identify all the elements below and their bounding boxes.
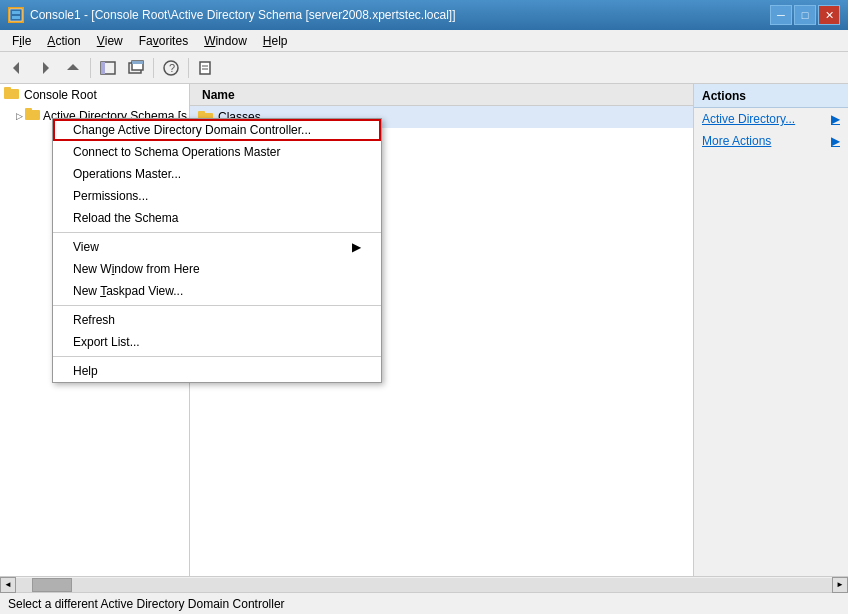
svg-rect-17: [4, 87, 11, 91]
toolbar: ?: [0, 52, 848, 84]
window-title: Console1 - [Console Root\Active Director…: [30, 8, 456, 22]
context-menu-permissions-label: Permissions...: [73, 189, 148, 203]
folder-icon: [4, 86, 20, 103]
context-menu-view-label: View: [73, 240, 99, 254]
name-column-header: Name: [194, 88, 243, 102]
back-button[interactable]: [4, 55, 30, 81]
action-active-directory[interactable]: Active Directory... ▶: [694, 108, 848, 130]
window-controls: ─ □ ✕: [770, 5, 840, 25]
action-more-actions[interactable]: More Actions ▶: [694, 130, 848, 152]
context-menu-separator-2: [53, 305, 381, 306]
show-hide-console-button[interactable]: [95, 55, 121, 81]
app-icon: [8, 7, 24, 23]
new-window-button[interactable]: [123, 55, 149, 81]
tree-root[interactable]: Console Root: [0, 84, 189, 105]
context-menu-item-refresh[interactable]: Refresh: [53, 309, 381, 331]
context-menu-item-new-taskpad[interactable]: New Taskpad View...: [53, 280, 381, 302]
toolbar-separator-2: [153, 58, 154, 78]
context-menu-operations-master-label: Operations Master...: [73, 167, 181, 181]
expand-icon: ▷: [16, 111, 23, 121]
menu-help[interactable]: Help: [255, 30, 296, 52]
context-menu-change-dc-label: Change Active Directory Domain Controlle…: [73, 123, 311, 137]
maximize-button[interactable]: □: [794, 5, 816, 25]
context-menu-separator-3: [53, 356, 381, 357]
context-menu-item-view[interactable]: View ▶: [53, 236, 381, 258]
action-more-actions-label: More Actions: [702, 134, 771, 148]
context-menu: Change Active Directory Domain Controlle…: [52, 118, 382, 383]
action-more-actions-arrow: ▶: [831, 134, 840, 148]
menu-action[interactable]: Action: [39, 30, 88, 52]
tree-child-icon: [25, 107, 41, 124]
scroll-right-button[interactable]: ►: [832, 577, 848, 593]
context-menu-item-reload-schema[interactable]: Reload the Schema: [53, 207, 381, 229]
status-text: Select a different Active Directory Doma…: [8, 597, 285, 611]
horizontal-scrollbar[interactable]: ◄ ►: [0, 576, 848, 592]
context-menu-item-help[interactable]: Help: [53, 360, 381, 382]
status-bar: Select a different Active Directory Doma…: [0, 592, 848, 614]
context-menu-item-connect-schema[interactable]: Connect to Schema Operations Master: [53, 141, 381, 163]
help-button[interactable]: ?: [158, 55, 184, 81]
svg-rect-0: [10, 9, 22, 21]
export-button[interactable]: [193, 55, 219, 81]
context-menu-new-taskpad-label: New Taskpad View...: [73, 284, 183, 298]
context-menu-export-list-label: Export List...: [73, 335, 140, 349]
svg-rect-13: [200, 62, 210, 74]
action-active-directory-label: Active Directory...: [702, 112, 795, 126]
context-menu-help-label: Help: [73, 364, 98, 378]
context-menu-item-export-list[interactable]: Export List...: [53, 331, 381, 353]
context-menu-separator-1: [53, 232, 381, 233]
toolbar-separator-1: [90, 58, 91, 78]
action-active-directory-arrow: ▶: [831, 112, 840, 126]
toolbar-separator-3: [188, 58, 189, 78]
svg-rect-2: [12, 16, 20, 19]
context-menu-item-change-dc[interactable]: Change Active Directory Domain Controlle…: [53, 119, 381, 141]
svg-marker-3: [13, 62, 19, 74]
context-menu-item-new-window[interactable]: New Window from Here: [53, 258, 381, 280]
context-menu-reload-schema-label: Reload the Schema: [73, 211, 178, 225]
svg-marker-5: [67, 64, 79, 70]
context-menu-view-arrow: ▶: [352, 240, 361, 254]
context-menu-refresh-label: Refresh: [73, 313, 115, 327]
menu-window[interactable]: Window: [196, 30, 255, 52]
menu-bar: File Action View Favorites Window Help: [0, 30, 848, 52]
context-menu-connect-schema-label: Connect to Schema Operations Master: [73, 145, 280, 159]
scroll-left-button[interactable]: ◄: [0, 577, 16, 593]
svg-rect-1: [12, 11, 20, 14]
panel-header: Name: [190, 84, 693, 106]
menu-file[interactable]: File: [4, 30, 39, 52]
scroll-thumb[interactable]: [32, 578, 72, 592]
title-bar-left: Console1 - [Console Root\Active Director…: [8, 7, 456, 23]
svg-rect-19: [25, 108, 32, 112]
actions-header: Actions: [694, 84, 848, 108]
forward-button[interactable]: [32, 55, 58, 81]
context-menu-item-operations-master[interactable]: Operations Master...: [53, 163, 381, 185]
minimize-button[interactable]: ─: [770, 5, 792, 25]
svg-rect-10: [132, 61, 143, 64]
tree-root-label: Console Root: [24, 88, 97, 102]
menu-view[interactable]: View: [89, 30, 131, 52]
svg-text:?: ?: [169, 62, 175, 74]
context-menu-item-permissions[interactable]: Permissions...: [53, 185, 381, 207]
context-menu-new-window-label: New Window from Here: [73, 262, 200, 276]
svg-rect-7: [101, 62, 105, 74]
menu-favorites[interactable]: Favorites: [131, 30, 196, 52]
title-bar: Console1 - [Console Root\Active Director…: [0, 0, 848, 30]
svg-rect-21: [198, 111, 205, 115]
up-button[interactable]: [60, 55, 86, 81]
close-button[interactable]: ✕: [818, 5, 840, 25]
right-panel: Actions Active Directory... ▶ More Actio…: [693, 84, 848, 576]
actions-title: Actions: [702, 89, 746, 103]
svg-marker-4: [43, 62, 49, 74]
